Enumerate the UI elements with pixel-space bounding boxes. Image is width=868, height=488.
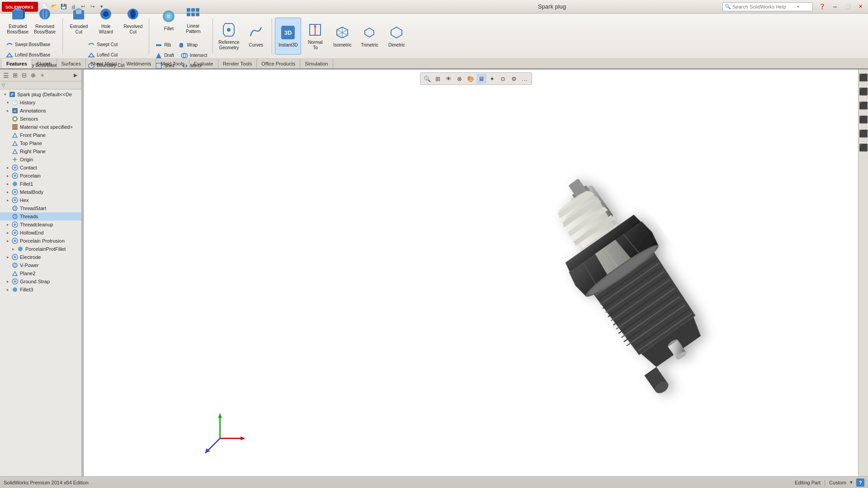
tree-item-v-power[interactable]: ▸ V-Power (0, 261, 81, 269)
display-style-button[interactable]: 🎨 (466, 74, 476, 84)
tree-item-annotations[interactable]: ▸ A Annotations (0, 107, 81, 115)
help-button[interactable]: ? (856, 479, 864, 487)
tree-item-fillet1[interactable]: ▸ Fillet1 (0, 180, 81, 188)
tree-root-item[interactable]: ▾ P Spark plug (Default<<De (0, 90, 81, 99)
tab-mold-tools[interactable]: Mold Tools (156, 59, 189, 68)
tree-item-ground-strap[interactable]: ▸ Ground Strap (0, 277, 81, 286)
rib-button[interactable]: Rib (152, 40, 174, 50)
trimetric-button[interactable]: Trimetric (356, 18, 382, 55)
fillet3-expand[interactable]: ▸ (5, 286, 11, 293)
tree-item-material[interactable]: ▸ Material <not specified> (0, 123, 81, 131)
scenes-button[interactable]: ⊙ (498, 74, 508, 84)
wrap-button[interactable]: Wrap (175, 40, 200, 50)
fillet-button[interactable]: Fillet (157, 1, 180, 38)
tree-item-right-plane[interactable]: ▸ Right Plane (0, 147, 81, 155)
tree-item-threadstart[interactable]: ▸ ThreadStart (0, 204, 81, 212)
reference-geometry-button[interactable]: ReferenceGeometry (216, 18, 242, 55)
ground-strap-expand[interactable]: ▸ (5, 278, 11, 285)
feature-tree[interactable]: ▾ P Spark plug (Default<<De ▾ 🕐 History (0, 89, 81, 488)
tab-surfaces[interactable]: Surfaces (57, 59, 86, 68)
tree-item-history[interactable]: ▾ 🕐 History (0, 99, 81, 107)
porcelainprot-fillet-expand[interactable]: ▸ (10, 246, 16, 252)
panel-tool-4[interactable]: ⊕ (29, 71, 37, 80)
tab-features[interactable]: Features (2, 59, 32, 68)
swept-cut-button[interactable]: Swept Cut (85, 40, 127, 50)
history-expand[interactable]: ▾ (5, 99, 11, 106)
tree-item-threads[interactable]: ▸ Threads (0, 212, 81, 221)
tree-item-threadcleanup[interactable]: ▸ Threadcleanup (0, 221, 81, 229)
tree-item-fillet3[interactable]: ▸ Fillet3 (0, 286, 81, 294)
tab-render-tools[interactable]: Render Tools (218, 59, 257, 68)
view-settings-button[interactable]: 🖥 (476, 74, 486, 84)
threadcleanup-expand[interactable]: ▸ (5, 221, 11, 228)
tree-item-hex[interactable]: ▸ Hex (0, 196, 81, 204)
restore-button[interactable]: ⬜ (842, 2, 854, 12)
linear-pattern-button[interactable]: LinearPattern (181, 1, 205, 38)
panel-tool-3[interactable]: ⊟ (20, 71, 28, 80)
view-options-button[interactable]: ⚙ (509, 74, 519, 84)
minimize-button[interactable]: ─ (829, 2, 841, 12)
hollowend-expand[interactable]: ▸ (5, 230, 11, 236)
tree-item-contact[interactable]: ▸ Contact (0, 164, 81, 172)
fillet1-expand[interactable]: ▸ (5, 181, 11, 187)
right-panel-btn-6[interactable]: ⬛ (859, 141, 868, 154)
porcelain-protrusion-expand[interactable]: ▸ (5, 238, 11, 244)
porcelain-expand[interactable]: ▸ (5, 173, 11, 179)
right-panel-btn-5[interactable]: ⬛ (859, 127, 868, 140)
tree-item-plane2[interactable]: ▸ Plane2 (0, 269, 81, 277)
panel-tool-2[interactable]: ⊞ (11, 71, 19, 80)
tree-item-porcelain[interactable]: ▸ Porcelain (0, 172, 81, 180)
panel-expand-icon[interactable]: ▶ (71, 71, 80, 80)
metalbody-expand[interactable]: ▸ (5, 189, 11, 195)
tree-item-porcelain-protrusion[interactable]: ▸ Porcelain Protrusion (0, 237, 81, 245)
tree-item-front-plane[interactable]: ▸ Front Plane (0, 131, 81, 139)
dimetric-button[interactable]: Dimetric (383, 18, 410, 55)
search-input[interactable] (732, 4, 796, 9)
hex-expand[interactable]: ▸ (5, 197, 11, 203)
tab-evaluate[interactable]: Evaluate (189, 59, 218, 68)
tree-item-top-plane[interactable]: ▸ Top Plane (0, 139, 81, 147)
tree-item-hollowend[interactable]: ▸ HollowEnd (0, 229, 81, 237)
section-view-button[interactable]: ⊗ (455, 74, 465, 84)
normal-to-button[interactable]: NormalTo (302, 18, 328, 55)
search-bar[interactable]: 🔍 ▾ (722, 2, 813, 11)
swept-boss-button[interactable]: Swept Boss/Base (3, 40, 60, 50)
status-dropdown[interactable]: ▾ (850, 479, 853, 485)
zoom-fit-button[interactable]: ⊞ (433, 74, 443, 84)
panel-tool-1[interactable]: ☰ (2, 71, 10, 80)
tab-office-products[interactable]: Office Products (257, 59, 300, 68)
tree-item-metalbody[interactable]: ▸ MetalBody (0, 188, 81, 196)
contact-expand[interactable]: ▸ (5, 164, 11, 171)
tree-item-sensors[interactable]: ▸ Sensors (0, 115, 81, 123)
tree-item-origin[interactable]: ▸ Origin (0, 155, 81, 164)
panel-tool-5[interactable]: ⌖ (38, 71, 46, 80)
zoom-in-button[interactable]: 🔍 (422, 74, 432, 84)
tab-simulation[interactable]: Simulation (300, 59, 333, 68)
curves-button[interactable]: Curves (243, 18, 269, 55)
root-expand-icon[interactable]: ▾ (2, 91, 8, 98)
right-panel-btn-2[interactable]: ⬛ (859, 85, 868, 98)
extruded-boss-button[interactable]: ExtrudedBoss/Base (5, 2, 31, 39)
right-panel-btn-1[interactable]: ⬛ (859, 71, 868, 84)
close-button[interactable]: ✕ (854, 2, 866, 12)
isometric-button[interactable]: Isometric (329, 18, 355, 55)
view-orient-button[interactable]: 👁 (444, 74, 454, 84)
tab-sketch[interactable]: Sketch (32, 59, 57, 68)
hole-wizard-button[interactable]: HoleWizard (93, 2, 119, 39)
revolved-boss-button[interactable]: RevolvedBoss/Base (32, 2, 58, 39)
annotations-expand[interactable]: ▸ (5, 108, 11, 114)
viewport[interactable]: 🔍 ⊞ 👁 ⊗ 🎨 🖥 ✦ ⊙ ⚙ … (84, 70, 868, 488)
help-button[interactable]: ❓ (816, 2, 828, 12)
right-panel-btn-4[interactable]: ⬛ (859, 113, 868, 126)
electrode-expand[interactable]: ▸ (5, 254, 11, 260)
tree-item-electrode[interactable]: ▸ Electrode (0, 253, 81, 261)
extruded-cut-button[interactable]: ExtrudedCut (66, 2, 92, 39)
tree-item-porcelainprot-fillet[interactable]: ▸ PorcelainProtFillet (0, 245, 81, 253)
right-panel-btn-3[interactable]: ⬛ (859, 99, 868, 112)
appearance-button[interactable]: ✦ (487, 74, 497, 84)
more-options-button[interactable]: … (520, 74, 530, 84)
instant3d-button[interactable]: 3D Instant3D (275, 18, 301, 55)
revolved-cut-button[interactable]: RevolvedCut (120, 2, 146, 39)
tab-weldments[interactable]: Weldments (122, 59, 156, 68)
tab-sheet-metal[interactable]: Sheet Metal (86, 59, 122, 68)
